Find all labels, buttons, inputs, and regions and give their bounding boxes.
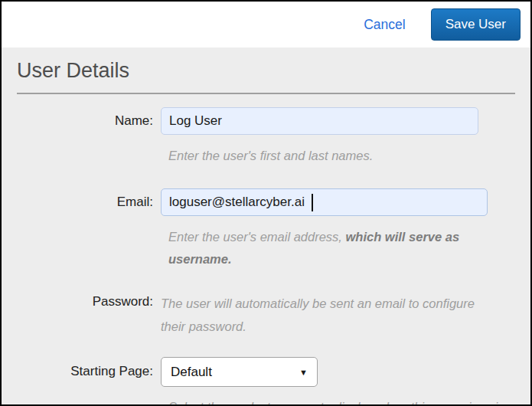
text-caret [312, 194, 313, 211]
name-input[interactable] [161, 107, 478, 135]
name-row: Name: [17, 107, 515, 135]
form-panel: User Details Name: Enter the user's firs… [2, 47, 530, 406]
starting-page-select[interactable]: Default ▼ [161, 357, 318, 387]
starting-page-label: Starting Page: [17, 357, 161, 379]
password-helper-text: The user will automatically be sent an e… [161, 293, 493, 338]
email-control [161, 188, 515, 216]
name-label: Name: [17, 107, 161, 129]
cancel-button[interactable]: Cancel [364, 17, 405, 33]
password-control: The user will automatically be sent an e… [161, 293, 515, 338]
starting-page-selected-value: Default [171, 365, 212, 380]
email-label: Email: [17, 188, 161, 210]
email-row: Email: [17, 188, 515, 216]
password-row: Password: The user will automatically be… [17, 293, 515, 338]
email-input[interactable] [161, 188, 488, 216]
starting-page-helper-text: Select the product or page to display wh… [168, 396, 514, 406]
name-helper-text: Enter the user's first and last names. [168, 145, 501, 168]
starting-page-row: Starting Page: Default ▼ [17, 357, 515, 387]
email-helper-text: Enter the user's email address, which wi… [168, 226, 501, 271]
email-helper-normal: Enter the user's email address, [168, 230, 346, 244]
title-divider [17, 93, 515, 94]
chevron-down-icon: ▼ [299, 368, 308, 377]
user-details-window: Cancel Save User User Details Name: Ente… [0, 0, 532, 406]
starting-page-control: Default ▼ [161, 357, 515, 387]
action-bar: Cancel Save User [2, 2, 530, 47]
password-label: Password: [17, 293, 161, 309]
page-title: User Details [17, 59, 515, 83]
save-user-button[interactable]: Save User [431, 8, 521, 41]
name-control [161, 107, 515, 135]
